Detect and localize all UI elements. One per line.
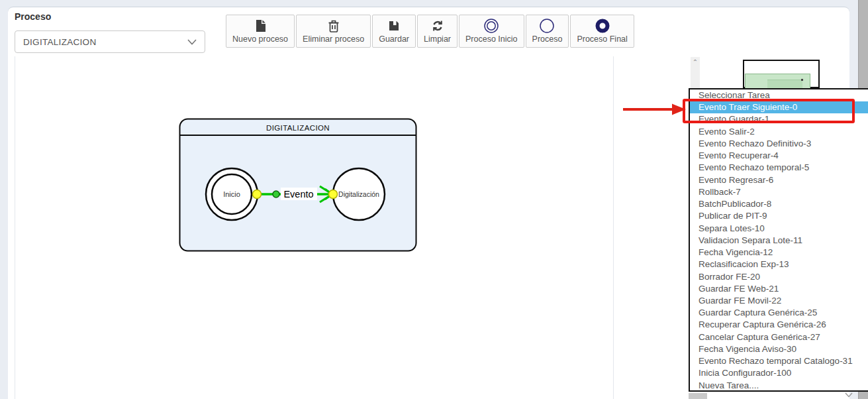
task-option[interactable]: Validacion Separa Lote-11	[690, 235, 868, 247]
limpiar-button[interactable]: Limpiar	[417, 15, 458, 48]
task-option[interactable]: Evento Regresar-6	[690, 174, 868, 186]
container-title: DIGITALIZACION	[266, 124, 330, 132]
task-node-inner-shape	[767, 80, 802, 88]
eliminar-proceso-label: Eliminar proceso	[303, 34, 364, 44]
task-option[interactable]: Reclasificacion Exp-13	[690, 258, 868, 270]
task-option[interactable]: Guardar Captura Genérica-25	[690, 307, 868, 319]
new-file-icon	[254, 18, 266, 34]
task-option[interactable]: Guardar FE Web-21	[690, 283, 868, 295]
save-floppy-icon	[388, 18, 400, 34]
task-option[interactable]: Publicar de PIT-9	[690, 210, 868, 222]
guardar-button[interactable]: Guardar	[372, 15, 416, 48]
task-option[interactable]: Nueva Tarea....	[690, 380, 868, 392]
nuevo-proceso-button[interactable]: Nuevo proceso	[226, 15, 295, 48]
task-option[interactable]: Fecha Vigencia Aviso-30	[690, 343, 868, 355]
edge-target-anchor[interactable]	[329, 190, 338, 199]
toolbar: Nuevo proceso Eliminar proceso Guardar	[226, 15, 634, 48]
proceso-inicio-label: Proceso Inicio	[465, 34, 518, 44]
proceso-final-label: Proceso Final	[577, 34, 627, 44]
thick-ring-icon	[595, 18, 610, 34]
guardar-label: Guardar	[379, 34, 409, 44]
task-option[interactable]: Separa Lotes-10	[690, 223, 868, 235]
task-option[interactable]: Recuperar Captura Genérica-26	[690, 319, 868, 331]
trash-icon	[328, 18, 340, 34]
task-option[interactable]: Evento Rechazo temporal Catalogo-31	[690, 355, 868, 367]
proceso-select[interactable]: DIGITALIZACION	[15, 30, 205, 53]
task-option-selected[interactable]: Evento Traer Siguiente-0	[690, 101, 868, 113]
task-option[interactable]: Rollback-7	[690, 186, 868, 198]
circle-icon	[539, 18, 555, 34]
start-node-label: Inicio	[223, 190, 240, 198]
edge-label: Evento	[283, 189, 313, 200]
proceso-final-button[interactable]: Proceso Final	[570, 15, 634, 48]
panel-scrollbar[interactable]: ⌃	[691, 57, 700, 88]
proceso-select-value: DIGITALIZACION	[23, 37, 96, 47]
edge-source-anchor[interactable]	[253, 190, 262, 199]
proceso-label: Proceso	[15, 11, 51, 22]
task-node-preview[interactable]	[743, 60, 820, 88]
limpiar-label: Limpiar	[424, 34, 451, 44]
chevron-down-icon	[187, 36, 197, 48]
scroll-up-icon[interactable]: ⌃	[691, 58, 700, 66]
refresh-icon	[431, 18, 444, 34]
proceso-label-btn: Proceso	[532, 34, 563, 44]
process-diagram[interactable]: DIGITALIZACION Inicio Digitalización Eve…	[179, 118, 417, 252]
task-option[interactable]: Evento Rechazo Definitivo-3	[690, 138, 868, 150]
double-circle-icon	[483, 18, 499, 34]
task-node-shape[interactable]	[745, 74, 810, 89]
task-option[interactable]: Evento Recuperar-4	[690, 150, 868, 162]
task-option[interactable]: Cancelar Captura Genérica-27	[690, 331, 868, 343]
task-option[interactable]: Inicia Configurador-100	[690, 367, 868, 379]
task-dropdown-list[interactable]: Seleccionar Tarea Evento Traer Siguiente…	[689, 88, 868, 392]
task-option[interactable]: Seleccionar Tarea	[690, 89, 868, 101]
scroll-down-icon[interactable]	[844, 391, 854, 399]
proceso-button[interactable]: Proceso	[526, 15, 569, 48]
nuevo-proceso-label: Nuevo proceso	[232, 34, 288, 44]
task-option[interactable]: BatchPublicador-8	[690, 198, 868, 210]
task-option[interactable]: Fecha Vigencia-12	[690, 247, 868, 258]
edge-midpoint-handle[interactable]	[273, 191, 279, 198]
task-option[interactable]: Evento Rechazo temporal-5	[690, 162, 868, 174]
eliminar-proceso-button[interactable]: Eliminar proceso	[296, 15, 371, 48]
task-node-handle	[801, 79, 803, 81]
task-option[interactable]: Guardar FE Movil-22	[690, 295, 868, 307]
proceso-inicio-button[interactable]: Proceso Inicio	[459, 15, 524, 48]
panel-scrollbar-bottom[interactable]	[689, 393, 707, 399]
task-option[interactable]: Borrador FE-20	[690, 271, 868, 283]
task-option[interactable]: Evento Salir-2	[690, 126, 868, 138]
process-node-label: Digitalización	[338, 190, 379, 198]
task-option[interactable]: Evento Guardar-1	[690, 113, 868, 125]
